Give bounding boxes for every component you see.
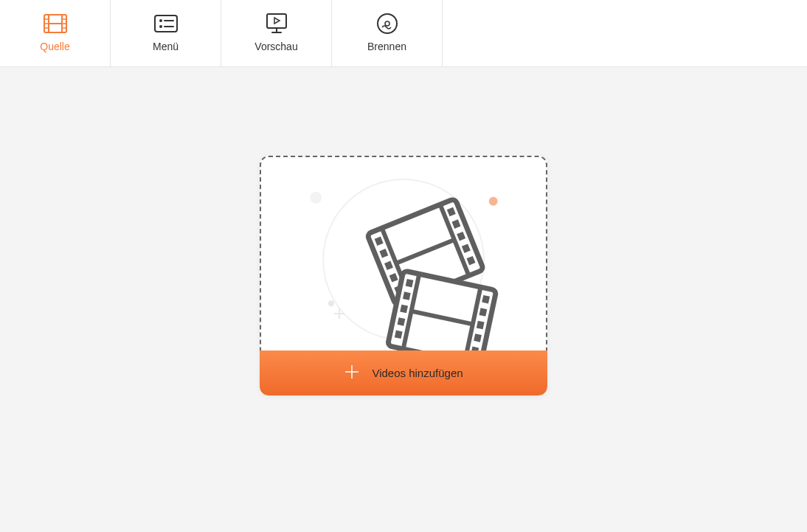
svg-point-12 <box>159 25 162 28</box>
filmstrip-illustration-icon <box>261 157 546 350</box>
svg-rect-10 <box>155 15 177 32</box>
tab-brennen[interactable]: Brennen <box>332 0 443 66</box>
svg-point-23 <box>489 197 498 206</box>
svg-point-11 <box>159 19 162 22</box>
burn-disc-icon <box>375 14 399 33</box>
svg-point-19 <box>378 14 397 33</box>
filmstrip-icon <box>44 14 67 33</box>
svg-point-22 <box>310 192 322 204</box>
tab-label: Quelle <box>40 41 69 52</box>
tab-label: Menü <box>153 41 179 52</box>
tab-menu[interactable]: Menü <box>111 0 221 66</box>
plus-icon <box>344 364 360 383</box>
drop-area[interactable] <box>260 156 547 350</box>
main-content: Videos hinzufügen <box>0 67 807 532</box>
preview-icon <box>265 14 288 33</box>
tab-quelle[interactable]: Quelle <box>0 0 111 66</box>
add-button-label: Videos hinzufügen <box>372 367 463 379</box>
tab-label: Brennen <box>367 41 406 52</box>
svg-point-24 <box>328 300 334 306</box>
tab-bar: Quelle Menü Vorschau <box>0 0 807 67</box>
tab-label: Vorschau <box>254 41 297 52</box>
tab-vorschau[interactable]: Vorschau <box>221 0 332 66</box>
menu-template-icon <box>154 14 178 33</box>
drop-zone: Videos hinzufügen <box>260 156 547 395</box>
svg-point-20 <box>385 21 389 26</box>
add-videos-button[interactable]: Videos hinzufügen <box>260 350 547 395</box>
svg-marker-16 <box>274 18 280 24</box>
svg-rect-15 <box>267 14 286 28</box>
